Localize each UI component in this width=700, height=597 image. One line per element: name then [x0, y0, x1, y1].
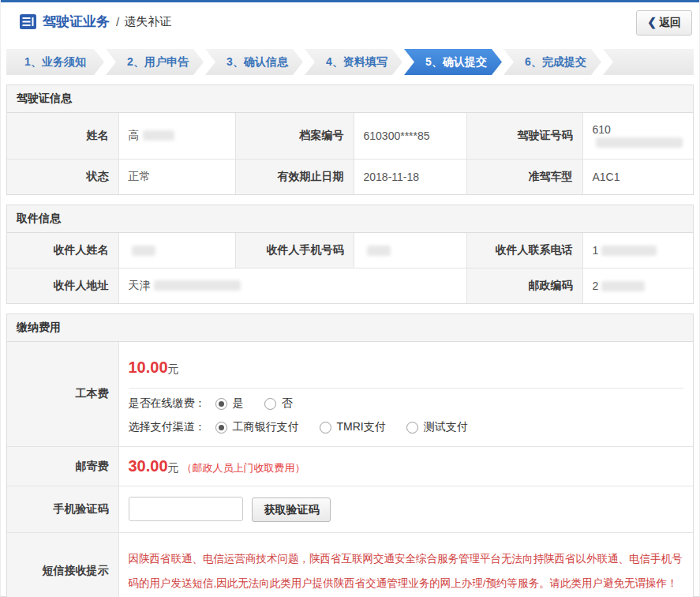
sms-notice-text: 因陕西省联通、电信运营商技术问题，陕西省互联网交通安全综合服务管理平台无法向持陕…: [129, 543, 684, 597]
status-value: 正常: [118, 160, 235, 195]
license-number-value: 610: [582, 113, 693, 160]
expiry-label: 有效期止日期: [235, 160, 354, 195]
redacted-blur: [132, 246, 155, 256]
payment-section-title: 缴纳费用: [7, 314, 693, 342]
radio-channel-icbc[interactable]: 工商银行支付: [215, 420, 299, 434]
table-row: 邮寄费 30.00元（邮政人员上门收取费用）: [7, 447, 693, 486]
step-3-confirm-info[interactable]: 3、确认信息: [205, 49, 303, 75]
get-code-button[interactable]: 获取验证码: [252, 498, 331, 522]
license-table: 姓名 高 档案编号 610300****85 驾驶证号码 610 状态 正常 有…: [7, 113, 693, 194]
postal-fee-label: 邮寄费: [7, 447, 118, 486]
payment-section: 缴纳费用 工本费 10.00元 是否在线缴费： 是 否: [6, 314, 694, 597]
step-1-business-notice[interactable]: 1、业务须知: [6, 49, 104, 75]
redacted-blur: [154, 280, 241, 291]
cost-fee-cell: 10.00元 是否在线缴费： 是 否 选择支付渠道： 工商银行支付 TMRI支付…: [118, 342, 693, 447]
table-row: 状态 正常 有效期止日期 2018-11-18 准驾车型 A1C1: [7, 160, 693, 195]
breadcrumb-separator: /: [116, 15, 119, 28]
online-pay-question-row: 是否在线缴费： 是 否: [129, 389, 684, 412]
cost-fee-unit: 元: [168, 362, 179, 375]
radio-online-no[interactable]: 否: [264, 396, 293, 411]
list-icon: [20, 14, 36, 29]
table-row: 收件人姓名 收件人手机号码 收件人联系电话 1: [7, 233, 693, 268]
recipient-address-label: 收件人地址: [7, 268, 118, 304]
verification-code-cell: 获取验证码: [118, 486, 693, 533]
sms-notice-label: 短信接收提示: [7, 533, 118, 597]
breadcrumb-current: 遗失补证: [124, 14, 171, 29]
recipient-mobile-label: 收件人手机号码: [235, 233, 354, 268]
postal-fee-amount: 30.00: [129, 457, 168, 475]
table-row: 短信接收提示 因陕西省联通、电信运营商技术问题，陕西省互联网交通安全综合服务管理…: [7, 533, 693, 597]
radio-icon[interactable]: [215, 422, 227, 434]
online-pay-question: 是否在线缴费：: [129, 396, 206, 411]
step-bar-filler: [603, 49, 694, 75]
recipient-phone-value: 1: [582, 233, 693, 268]
file-number-label: 档案编号: [235, 113, 354, 160]
step-5-confirm-submit[interactable]: 5、确认提交: [404, 49, 502, 75]
back-button[interactable]: ❮返回: [636, 10, 692, 36]
pay-channel-question: 选择支付渠道：: [129, 420, 206, 434]
recipient-phone-label: 收件人联系电话: [466, 233, 582, 268]
chevron-left-icon: ❮: [647, 16, 657, 28]
postcode-label: 邮政编码: [466, 268, 582, 304]
license-info-section: 驾驶证信息 姓名 高 档案编号 610300****85 驾驶证号码 610 状…: [6, 84, 694, 195]
radio-icon[interactable]: [406, 422, 418, 434]
name-value: 高: [118, 113, 235, 160]
expiry-value: 2018-11-18: [354, 160, 466, 195]
postcode-value: 2: [582, 268, 693, 304]
table-row: 收件人地址 天津 邮政编码 2: [7, 268, 693, 304]
file-number-value: 610300****85: [354, 113, 466, 160]
pickup-info-section: 取件信息 收件人姓名 收件人手机号码 收件人联系电话 1 收件人地址 天津 邮政…: [6, 205, 694, 304]
back-button-label: 返回: [659, 16, 681, 28]
pickup-section-title: 取件信息: [7, 205, 693, 233]
redacted-blur: [143, 130, 174, 141]
name-label: 姓名: [7, 113, 118, 160]
step-6-complete-submit[interactable]: 6、完成提交: [503, 49, 601, 75]
license-number-label: 驾驶证号码: [466, 113, 582, 160]
cost-fee-amount: 10.00: [129, 359, 168, 376]
verification-code-input[interactable]: [129, 497, 243, 521]
table-row: 工本费 10.00元 是否在线缴费： 是 否 选择支付渠道：: [7, 342, 693, 447]
recipient-name-label: 收件人姓名: [7, 233, 118, 268]
recipient-address-value: 天津: [118, 268, 466, 304]
radio-channel-test[interactable]: 测试支付: [406, 420, 468, 434]
page-title: 驾驶证业务: [43, 13, 110, 31]
redacted-blur: [601, 281, 645, 291]
pay-channel-question-row: 选择支付渠道： 工商银行支付 TMRI支付 测试支付: [129, 412, 684, 436]
postal-fee-note: （邮政人员上门收取费用）: [182, 462, 305, 474]
recipient-name-value: [118, 233, 235, 268]
pickup-table: 收件人姓名 收件人手机号码 收件人联系电话 1 收件人地址 天津 邮政编码 2: [7, 233, 693, 303]
status-label: 状态: [7, 160, 118, 195]
step-wizard: 1、业务须知 2、用户申告 3、确认信息 4、资料填写 5、确认提交 6、完成提…: [6, 49, 694, 75]
postal-fee-unit: 元: [168, 461, 179, 474]
vehicle-type-value: A1C1: [582, 160, 693, 195]
radio-icon[interactable]: [320, 422, 331, 434]
radio-icon[interactable]: [264, 398, 276, 410]
redacted-blur: [601, 246, 657, 256]
header: 驾驶证业务 / 遗失补证 ❮返回: [1, 2, 699, 40]
radio-channel-tmri[interactable]: TMRI支付: [320, 420, 386, 434]
cost-fee-label: 工本费: [7, 342, 118, 447]
recipient-mobile-value: [354, 233, 466, 268]
sms-notice-cell: 因陕西省联通、电信运营商技术问题，陕西省互联网交通安全综合服务管理平台无法向持陕…: [118, 533, 693, 597]
redacted-blur: [367, 246, 391, 256]
radio-icon[interactable]: [215, 398, 227, 410]
radio-online-yes[interactable]: 是: [215, 396, 244, 411]
step-4-fill-materials[interactable]: 4、资料填写: [305, 49, 402, 75]
table-row: 姓名 高 档案编号 610300****85 驾驶证号码 610: [7, 113, 693, 160]
vehicle-type-label: 准驾车型: [466, 160, 582, 195]
verification-code-label: 手机验证码: [7, 486, 118, 533]
postal-fee-cell: 30.00元（邮政人员上门收取费用）: [118, 447, 693, 486]
payment-table: 工本费 10.00元 是否在线缴费： 是 否 选择支付渠道：: [7, 342, 693, 597]
redacted-blur: [596, 137, 683, 148]
table-row: 手机验证码 获取验证码: [7, 486, 693, 533]
step-2-user-declaration[interactable]: 2、用户申告: [106, 49, 204, 75]
page: 驾驶证业务 / 遗失补证 ❮返回 1、业务须知 2、用户申告 3、确认信息 4、…: [0, 0, 700, 597]
license-section-title: 驾驶证信息: [7, 85, 693, 113]
